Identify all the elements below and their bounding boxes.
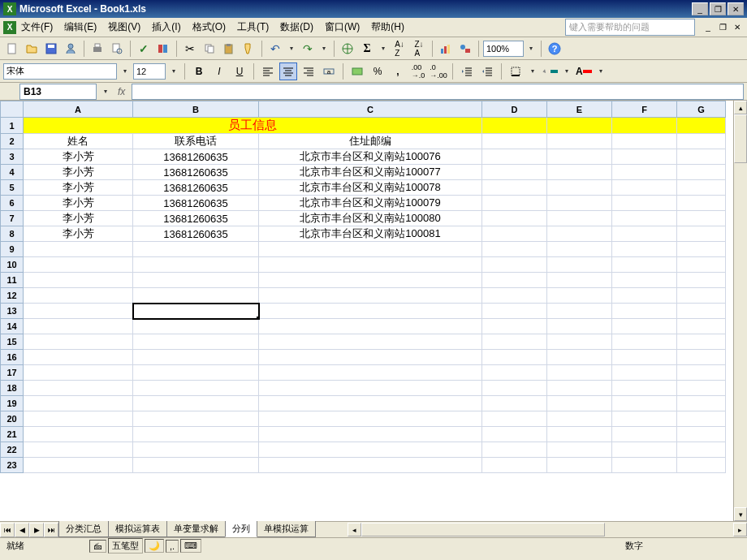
cell-B21[interactable]	[133, 427, 259, 442]
scroll-left-button[interactable]: ◂	[348, 523, 361, 536]
row-header-23[interactable]: 23	[1, 458, 24, 473]
cell-B2[interactable]: 联系电话	[133, 134, 259, 149]
row-header-19[interactable]: 19	[1, 396, 24, 411]
row-header-9[interactable]: 9	[1, 242, 24, 257]
row-header-8[interactable]: 8	[1, 226, 24, 242]
formula-input[interactable]	[132, 84, 744, 100]
cell-B6[interactable]: 13681260635	[133, 196, 259, 211]
cell-D3[interactable]	[482, 149, 547, 165]
menu-edit[interactable]: 编辑(E)	[64, 20, 97, 34]
sheet-tab[interactable]: 模拟运算表	[108, 521, 167, 537]
cell-A6[interactable]: 李小芳	[24, 196, 133, 211]
col-header-D[interactable]: D	[482, 101, 547, 118]
help-button[interactable]: ?	[546, 40, 563, 58]
cell-D15[interactable]	[482, 334, 547, 350]
cell-B7[interactable]: 13681260635	[133, 211, 259, 226]
zoom-combo[interactable]: 100%	[483, 41, 524, 57]
cell-E19[interactable]	[547, 396, 612, 411]
cell-D2[interactable]	[482, 134, 547, 149]
cell-F16[interactable]	[612, 350, 677, 365]
cell-G21[interactable]	[677, 427, 726, 442]
permission-button[interactable]	[62, 40, 80, 58]
sort-asc-button[interactable]: A↓Z	[391, 40, 408, 58]
decrease-decimal-button[interactable]: .0→.00	[430, 62, 447, 80]
scroll-down-button[interactable]: ▾	[734, 507, 747, 521]
drawing-button[interactable]	[456, 40, 474, 58]
menu-format[interactable]: 格式(O)	[192, 20, 226, 34]
hscroll-thumb[interactable]	[361, 523, 605, 536]
menu-insert[interactable]: 插入(I)	[152, 20, 180, 34]
cell-C17[interactable]	[259, 365, 482, 381]
cell-A17[interactable]	[24, 365, 133, 381]
comma-button[interactable]: ,	[389, 62, 407, 80]
cell-D9[interactable]	[482, 242, 547, 257]
font-size-combo[interactable]: 12	[133, 63, 166, 80]
cell-B22[interactable]	[133, 442, 259, 458]
borders-button[interactable]	[507, 62, 525, 80]
row-header-21[interactable]: 21	[1, 427, 24, 442]
sheet-first-button[interactable]: ⏮	[0, 523, 15, 537]
cell-D20[interactable]	[482, 411, 547, 427]
row-header-12[interactable]: 12	[1, 288, 24, 304]
cell-B5[interactable]: 13681260635	[133, 180, 259, 196]
cell-A8[interactable]: 李小芳	[24, 226, 133, 242]
cell-A18[interactable]	[24, 381, 133, 396]
cell-D7[interactable]	[482, 211, 547, 226]
row-header-5[interactable]: 5	[1, 180, 24, 196]
cell-G13[interactable]	[677, 304, 726, 319]
cell-E8[interactable]	[547, 226, 612, 242]
menu-view[interactable]: 视图(V)	[108, 20, 140, 34]
sheet-next-button[interactable]: ▶	[29, 523, 44, 537]
print-button[interactable]	[89, 40, 106, 58]
cell-G14[interactable]	[677, 319, 726, 334]
cell-E4[interactable]	[547, 165, 612, 180]
cell-E13[interactable]	[547, 304, 612, 319]
cell-C19[interactable]	[259, 396, 482, 411]
cell-F14[interactable]	[612, 319, 677, 334]
row-header-7[interactable]: 7	[1, 211, 24, 226]
align-right-button[interactable]	[300, 62, 317, 80]
sheet-tab[interactable]: 单变量求解	[166, 521, 226, 537]
cell-C7[interactable]: 北京市丰台区和义南站100080	[259, 211, 482, 226]
format-painter-button[interactable]	[240, 40, 257, 58]
currency-button[interactable]	[348, 62, 366, 80]
cell-F15[interactable]	[612, 334, 677, 350]
cell-B3[interactable]: 13681260635	[133, 149, 259, 165]
underline-button[interactable]: U	[231, 62, 248, 80]
cell-F7[interactable]	[612, 211, 677, 226]
vertical-scrollbar[interactable]: ▴ ▾	[733, 101, 747, 521]
cell-G11[interactable]	[677, 273, 726, 288]
ime-moon-icon[interactable]: 🌙	[145, 539, 164, 553]
cell-E22[interactable]	[547, 442, 612, 458]
cell-A23[interactable]	[24, 458, 133, 473]
name-box[interactable]: B13	[19, 84, 97, 100]
cell-D21[interactable]	[482, 427, 547, 442]
chart-button[interactable]	[437, 40, 455, 58]
cell-B4[interactable]: 13681260635	[133, 165, 259, 180]
row-header-14[interactable]: 14	[1, 319, 24, 334]
cell-A12[interactable]	[24, 288, 133, 304]
row-header-2[interactable]: 2	[1, 134, 24, 149]
cell-B9[interactable]	[133, 242, 259, 257]
cell-G23[interactable]	[677, 458, 726, 473]
row-header-3[interactable]: 3	[1, 149, 24, 165]
cell-A16[interactable]	[24, 350, 133, 365]
close-button[interactable]: ✕	[728, 2, 744, 15]
cell-C2[interactable]: 住址邮编	[259, 134, 482, 149]
cell-D22[interactable]	[482, 442, 547, 458]
cell-C21[interactable]	[259, 427, 482, 442]
cell-E5[interactable]	[547, 180, 612, 196]
cell-C23[interactable]	[259, 458, 482, 473]
cell-F10[interactable]	[612, 257, 677, 273]
cell-E6[interactable]	[547, 196, 612, 211]
cell-G17[interactable]	[677, 365, 726, 381]
sheet-tab-active[interactable]: 分列	[225, 521, 257, 537]
font-name-combo[interactable]: 宋体	[3, 63, 117, 80]
cell-A2[interactable]: 姓名	[24, 134, 133, 149]
cell-D17[interactable]	[482, 365, 547, 381]
align-center-button[interactable]	[279, 62, 297, 80]
ime-icon[interactable]: 🖮	[89, 540, 106, 553]
scroll-right-button[interactable]: ▸	[733, 523, 747, 536]
new-button[interactable]	[3, 40, 21, 58]
cell-A14[interactable]	[24, 319, 133, 334]
